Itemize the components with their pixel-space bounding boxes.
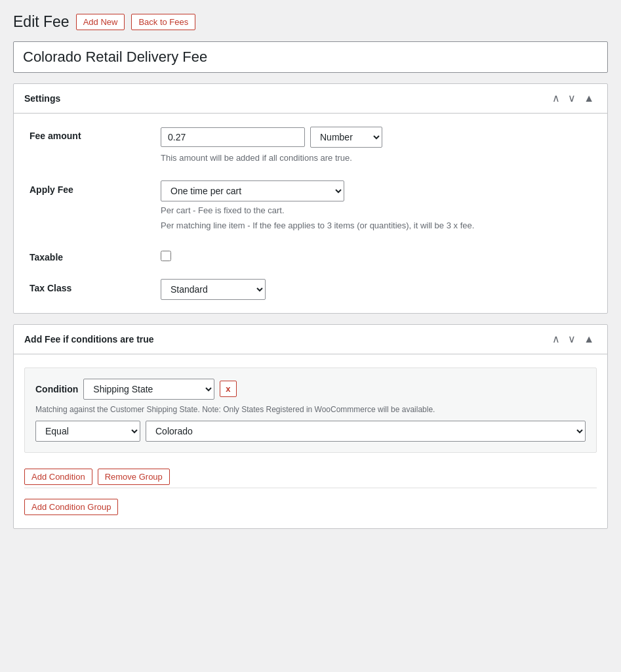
conditions-body: Condition Shipping State Billing State C… (14, 354, 607, 528)
tax-class-row: Tax Class Standard Reduced Rate Zero Rat… (30, 279, 591, 300)
settings-body: Fee amount Number Percent This amount wi… (14, 114, 607, 313)
taxable-content (161, 248, 591, 263)
apply-fee-label: Apply Fee (30, 180, 161, 195)
settings-collapse-button[interactable] (581, 92, 597, 105)
fee-amount-row: Fee amount Number Percent This amount wi… (30, 127, 591, 165)
conditions-title: Add Fee if conditions are true (24, 334, 154, 345)
remove-condition-x-button[interactable]: x (220, 381, 236, 397)
condition-description: Matching against the Customer Shipping S… (35, 405, 586, 414)
condition-values-row: Equal Not Equal Contains Colorado Califo… (35, 421, 586, 442)
add-condition-group-button[interactable]: Add Condition Group (24, 499, 118, 515)
conditions-move-down-button[interactable] (565, 333, 578, 346)
condition-group: Condition Shipping State Billing State C… (24, 368, 597, 453)
operator-select[interactable]: Equal Not Equal Contains (35, 421, 140, 442)
fee-amount-description: This amount will be added if all conditi… (161, 152, 591, 165)
conditions-section: Add Fee if conditions are true Condition… (13, 324, 608, 529)
fee-name-input[interactable] (13, 41, 608, 73)
taxable-row: Taxable (30, 248, 591, 263)
taxable-checkbox[interactable] (161, 251, 171, 261)
conditions-controls (550, 333, 597, 346)
tax-class-select[interactable]: Standard Reduced Rate Zero Rate (161, 279, 266, 300)
fee-amount-input[interactable] (161, 127, 305, 147)
page-header: Edit Fee Add New Back to Fees (13, 13, 608, 31)
fee-amount-label: Fee amount (30, 127, 161, 141)
settings-section: Settings Fee amount Number Percent This … (13, 83, 608, 314)
condition-label: Condition (35, 384, 78, 394)
condition-type-row: Condition Shipping State Billing State C… (35, 379, 586, 400)
settings-move-up-button[interactable] (550, 92, 563, 105)
group-action-row: Add Condition Remove Group (24, 461, 597, 485)
conditions-section-header: Add Fee if conditions are true (14, 325, 607, 354)
fee-amount-content: Number Percent This amount will be added… (161, 127, 591, 165)
page-title: Edit Fee (13, 13, 70, 31)
apply-fee-desc2: Per matching line item - If the fee appl… (161, 219, 591, 232)
fee-amount-input-row: Number Percent (161, 127, 591, 148)
add-condition-group-row: Add Condition Group (24, 488, 597, 515)
value-select[interactable]: Colorado California Texas New York (146, 421, 586, 442)
settings-title: Settings (24, 93, 60, 104)
fee-amount-type-select[interactable]: Number Percent (310, 127, 382, 148)
apply-fee-content: One time per cart Per line item Per cart… (161, 180, 591, 232)
settings-move-down-button[interactable] (565, 92, 578, 105)
add-new-button[interactable]: Add New (76, 14, 125, 30)
apply-fee-desc1: Per cart - Fee is fixed to the cart. (161, 204, 591, 217)
condition-type-select[interactable]: Shipping State Billing State Cart Total … (83, 379, 214, 400)
remove-group-button[interactable]: Remove Group (98, 469, 170, 485)
conditions-collapse-button[interactable] (581, 333, 597, 346)
apply-fee-select[interactable]: One time per cart Per line item (161, 180, 344, 201)
tax-class-content: Standard Reduced Rate Zero Rate (161, 279, 591, 300)
apply-fee-row: Apply Fee One time per cart Per line ite… (30, 180, 591, 232)
tax-class-label: Tax Class (30, 279, 161, 293)
add-condition-button[interactable]: Add Condition (24, 469, 92, 485)
taxable-label: Taxable (30, 248, 161, 262)
settings-controls (550, 92, 597, 105)
conditions-move-up-button[interactable] (550, 333, 563, 346)
settings-section-header: Settings (14, 84, 607, 114)
back-to-fees-button[interactable]: Back to Fees (131, 14, 195, 30)
